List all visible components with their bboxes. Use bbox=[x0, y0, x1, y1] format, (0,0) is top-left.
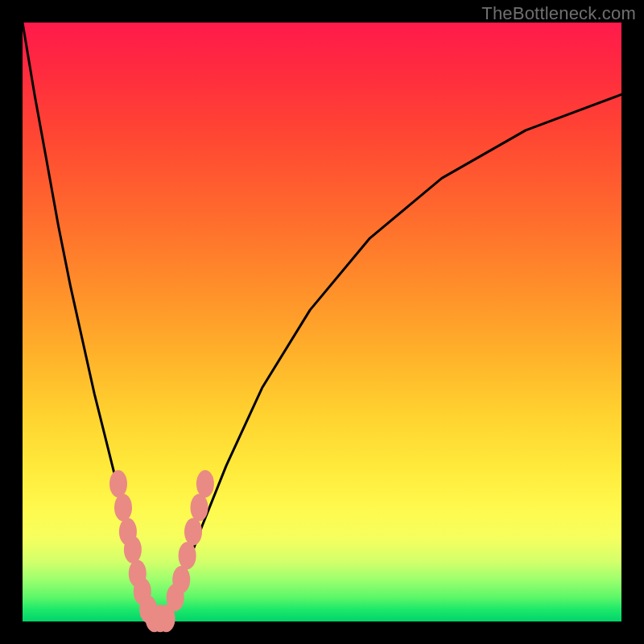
svg-point-15 bbox=[196, 470, 214, 497]
svg-point-1 bbox=[114, 494, 132, 522]
plot-area bbox=[23, 23, 621, 621]
svg-point-3 bbox=[124, 536, 142, 564]
highlight-dots bbox=[109, 470, 214, 632]
svg-point-13 bbox=[184, 518, 202, 545]
watermark-text: TheBottleneck.com bbox=[481, 3, 636, 24]
svg-point-12 bbox=[179, 542, 196, 569]
svg-point-11 bbox=[172, 566, 190, 593]
chart-container: TheBottleneck.com bbox=[0, 0, 644, 644]
svg-point-14 bbox=[191, 494, 208, 522]
bottleneck-curve bbox=[23, 23, 621, 621]
svg-point-0 bbox=[109, 470, 127, 497]
curve-layer bbox=[23, 23, 621, 621]
